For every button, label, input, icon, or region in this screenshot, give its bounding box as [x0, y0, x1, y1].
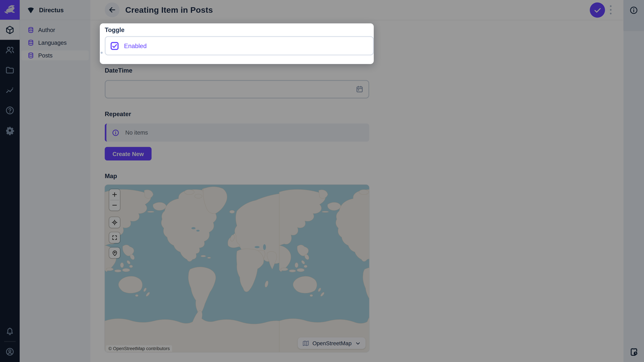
toggle-input[interactable]: Enabled [105, 36, 374, 55]
checkbox-checked-icon[interactable] [110, 42, 119, 50]
toggle-field-label: Toggle [105, 26, 124, 33]
toggle-field-card: Toggle Enabled [100, 23, 374, 64]
field-edited-dot [100, 52, 103, 54]
app-window: Directus Author Languages [0, 0, 644, 362]
toggle-option-label: Enabled [124, 42, 147, 49]
